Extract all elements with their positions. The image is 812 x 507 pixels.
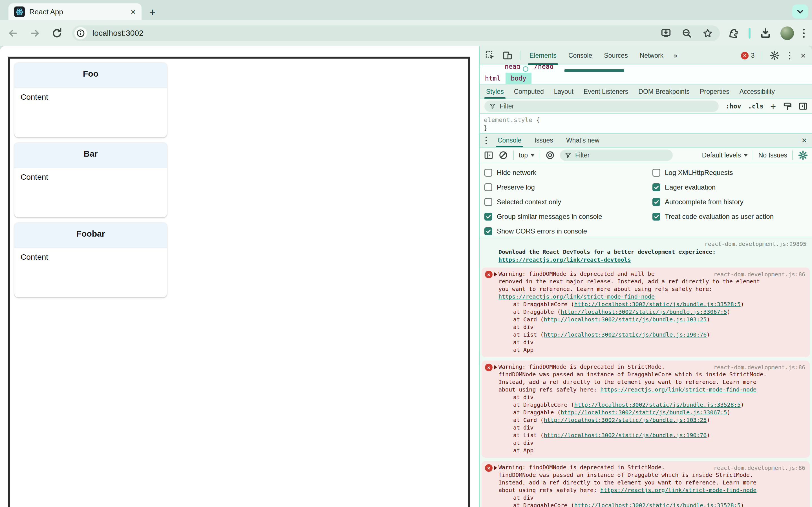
clear-console-icon[interactable] [499,151,508,160]
console-setting-show-cors-errors-in-console[interactable]: Show CORS errors in console [485,227,602,235]
checkbox-checked[interactable] [485,213,492,221]
browser-menu-kebab-icon[interactable] [803,29,805,38]
device-toolbar-icon[interactable] [502,50,513,61]
drawer-menu-kebab-icon[interactable] [484,136,489,144]
console-setting-group-similar-messages-in-console[interactable]: Group similar messages in console [485,212,602,221]
style-editor-icon[interactable] [783,102,792,111]
console-link[interactable]: http://localhost:3002/static/js/bundle.j… [544,432,707,439]
console-link[interactable]: https://reactjs.org/link/react-devtools [499,256,631,263]
forward-icon[interactable] [29,27,41,39]
pseudo-state-button[interactable]: :hov [725,103,741,110]
console-link[interactable]: https://reactjs.org/link/strict-mode-fin… [600,386,756,393]
console-link[interactable]: https://reactjs.org/link/strict-mode-fin… [499,293,655,300]
context-selector[interactable]: top [519,152,535,159]
live-expression-icon[interactable] [545,151,555,160]
console-source-link[interactable]: react-dom.development.js:86 [714,271,805,278]
checkbox-checked[interactable] [652,198,660,206]
drawer-tab-issues[interactable]: Issues [532,133,555,147]
more-tabs-icon[interactable]: » [672,51,679,60]
drawer-close-icon[interactable]: × [801,136,808,145]
site-info-icon[interactable] [74,27,87,40]
devtools-tab-elements[interactable]: Elements [528,46,558,65]
element-style-block[interactable]: element.style { } [480,114,812,133]
console-source-link[interactable]: react-dom.development.js:86 [714,464,805,472]
console-setting-selected-context-only[interactable]: Selected context only [485,198,602,206]
styles-tab-layout[interactable]: Layout [552,84,575,99]
new-style-rule-icon[interactable]: + [770,101,776,111]
url-bar[interactable]: localhost:3002 [72,25,720,41]
card-bar[interactable]: BarContent [14,143,167,217]
console-link[interactable]: https://reactjs.org/link/strict-mode-fin… [600,487,756,494]
styles-tab-dom-breakpoints[interactable]: DOM Breakpoints [637,84,691,99]
devtools-settings-gear-icon[interactable] [770,50,780,61]
checkbox-checked[interactable] [652,213,660,221]
expand-triangle-icon[interactable] [494,365,497,370]
checkbox[interactable] [485,183,492,191]
checkbox[interactable] [485,198,492,206]
console-source-link[interactable]: react-dom.development.js:29895 [499,240,806,248]
card-foobar[interactable]: FoobarContent [14,223,167,297]
list-container: FooContentBarContentFoobarContent [8,57,470,507]
devtools-close-icon[interactable]: × [799,51,807,60]
breadcrumb-body[interactable]: body [506,73,531,84]
console-link[interactable]: http://localhost:3002/static/js/bundle.j… [561,409,727,416]
checkbox[interactable] [485,169,492,177]
checkbox-checked[interactable] [652,183,660,191]
console-setting-autocomplete-from-history[interactable]: Autocomplete from history [652,198,774,206]
inspect-icon[interactable] [485,50,495,61]
expand-triangle-icon[interactable] [494,272,497,277]
console-setting-treat-code-evaluation-as-user-action[interactable]: Treat code evaluation as user action [652,212,774,221]
console-link[interactable]: http://localhost:3002/static/js/bundle.j… [574,401,741,408]
reload-icon[interactable] [51,27,63,39]
devtools-tab-network[interactable]: Network [638,46,665,65]
drawer-tab-what-s-new[interactable]: What's new [564,133,601,147]
styles-tab-accessibility[interactable]: Accessibility [738,84,776,99]
card-foo[interactable]: FooContent [14,63,167,137]
checkbox-checked[interactable] [485,227,492,235]
styles-tab-computed[interactable]: Computed [512,84,546,99]
console-link[interactable]: http://localhost:3002/static/js/bundle.j… [544,331,707,338]
download-icon[interactable] [760,27,771,39]
breadcrumb-html[interactable]: html [480,73,506,84]
styles-tab-event-listeners[interactable]: Event Listeners [582,84,630,99]
console-link[interactable]: http://localhost:3002/static/js/bundle.j… [574,502,741,507]
zoom-icon[interactable] [681,28,692,39]
console-setting-eager-evaluation[interactable]: Eager evaluation [652,183,774,191]
issues-counter[interactable]: No Issues [758,152,787,159]
devtools-menu-kebab-icon[interactable] [787,52,792,59]
checkbox[interactable] [652,169,660,177]
drawer-tab-console[interactable]: Console [496,133,523,147]
avatar[interactable] [780,26,794,40]
styles-tab-properties[interactable]: Properties [698,84,731,99]
console-filter-input[interactable]: Filter [560,150,673,161]
window-chevron-button[interactable] [792,4,808,18]
toggle-sidebar-icon[interactable] [799,102,808,111]
filter-funnel-icon [489,103,496,110]
new-tab-button[interactable]: + [149,6,156,18]
install-app-icon[interactable] [661,28,671,39]
console-sidebar-toggle-icon[interactable] [484,151,493,160]
devtools-tab-console[interactable]: Console [567,46,594,65]
browser-tab[interactable]: React App × [8,3,142,20]
styles-filter-input[interactable]: Filter [485,101,719,112]
class-button[interactable]: .cls [748,103,763,110]
console-link[interactable]: http://localhost:3002/static/js/bundle.j… [574,301,741,307]
console-settings-gear-icon[interactable] [798,150,808,160]
console-link[interactable]: http://localhost:3002/static/js/bundle.j… [544,416,707,424]
console-source-link[interactable]: react-dom.development.js:86 [714,363,805,371]
error-count-badge[interactable]: × 3 [741,52,755,59]
bookmark-star-icon[interactable] [702,28,713,39]
extensions-icon[interactable] [728,27,740,39]
console-text: at App [513,346,534,353]
devtools-tab-sources[interactable]: Sources [602,46,629,65]
console-link[interactable]: http://localhost:3002/static/js/bundle.j… [544,316,707,323]
console-setting-preserve-log[interactable]: Preserve log [485,183,602,191]
console-link[interactable]: http://localhost:3002/static/js/bundle.j… [561,308,727,315]
back-icon[interactable] [7,27,18,39]
console-setting-log-xmlhttprequests[interactable]: Log XMLHttpRequests [652,168,774,177]
styles-tab-styles[interactable]: Styles [485,84,506,99]
console-setting-hide-network[interactable]: Hide network [485,168,602,177]
tab-close-icon[interactable]: × [131,7,136,16]
expand-triangle-icon[interactable] [494,466,497,470]
log-levels-dropdown[interactable]: Default levels [702,152,748,159]
